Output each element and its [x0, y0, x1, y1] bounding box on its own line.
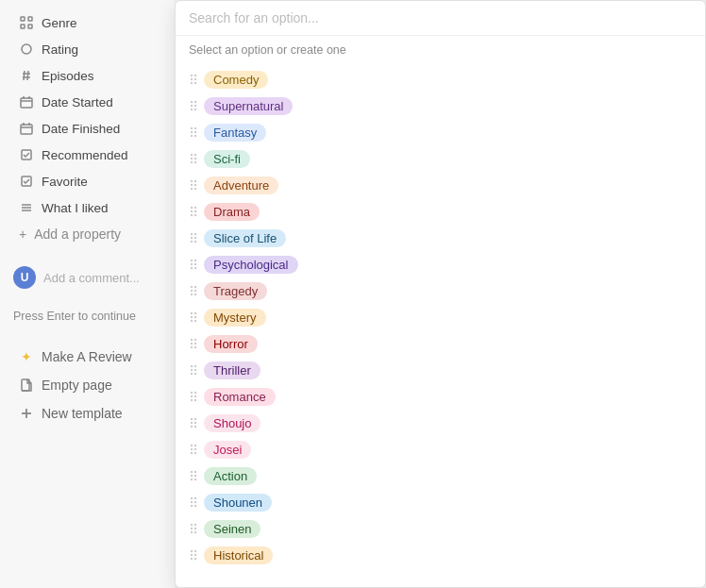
option-fantasy[interactable]: Fantasy — [179, 120, 701, 145]
svg-point-58 — [194, 210, 196, 211]
option-tragedy[interactable]: Tragedy — [179, 278, 701, 304]
drag-handle-icon — [189, 548, 198, 563]
sidebar-item-rating[interactable]: Rating — [6, 36, 169, 62]
svg-point-135 — [191, 553, 193, 555]
svg-point-34 — [194, 104, 196, 106]
svg-line-7 — [24, 71, 25, 80]
option-comedy[interactable]: Comedy — [179, 67, 701, 92]
svg-point-69 — [191, 262, 193, 264]
svg-point-132 — [194, 530, 196, 532]
svg-point-61 — [191, 232, 193, 234]
svg-point-119 — [191, 478, 193, 479]
sidebar-item-recommended[interactable]: Recommended — [6, 142, 169, 168]
drag-handle-icon — [189, 205, 198, 220]
tag-tragedy: Tragedy — [204, 282, 267, 300]
tag-action: Action — [204, 467, 257, 485]
sidebar-item-favorite[interactable]: Favorite — [6, 168, 169, 194]
bottom-item-empty-page[interactable]: Empty page — [6, 372, 169, 398]
svg-point-89 — [191, 345, 193, 347]
svg-point-101 — [191, 398, 193, 400]
sidebar: Genre Rating Episodes Date Started Date … — [0, 0, 175, 588]
sidebar-item-date-started[interactable]: Date Started — [6, 89, 169, 115]
svg-point-95 — [191, 372, 193, 374]
option-adventure[interactable]: Adventure — [179, 173, 701, 198]
svg-point-60 — [194, 213, 196, 215]
svg-point-81 — [191, 315, 193, 317]
drag-handle-icon — [189, 231, 198, 246]
svg-point-115 — [191, 470, 193, 472]
bottom-item-new-template[interactable]: New template — [6, 400, 169, 427]
option-scifi[interactable]: Sci-fi — [179, 146, 701, 172]
svg-point-26 — [194, 74, 196, 76]
option-mystery[interactable]: Mystery — [179, 305, 701, 330]
sidebar-item-label: Favorite — [42, 175, 88, 189]
option-psychological[interactable]: Psychological — [179, 252, 701, 277]
svg-point-118 — [194, 474, 196, 476]
plus-icon: + — [19, 227, 26, 242]
sidebar-item-genre[interactable]: Genre — [6, 9, 169, 36]
tag-horror: Horror — [204, 335, 258, 353]
option-horror[interactable]: Horror — [179, 331, 701, 357]
svg-point-27 — [191, 77, 193, 79]
svg-point-73 — [191, 285, 193, 287]
option-shoujo[interactable]: Shoujo — [179, 411, 701, 436]
svg-point-134 — [194, 549, 196, 551]
bottom-item-label: Empty page — [42, 378, 112, 393]
svg-point-47 — [191, 160, 193, 162]
svg-point-107 — [191, 425, 193, 427]
svg-point-33 — [191, 104, 193, 106]
check-icon — [19, 147, 34, 162]
svg-point-105 — [191, 421, 193, 423]
calendar-icon — [19, 94, 34, 109]
sidebar-item-episodes[interactable]: Episodes — [6, 62, 169, 89]
svg-point-25 — [191, 74, 193, 76]
option-josei[interactable]: Josei — [179, 437, 701, 462]
svg-point-30 — [194, 81, 196, 83]
add-property-button[interactable]: + Add a property — [6, 221, 169, 247]
svg-point-85 — [191, 338, 193, 340]
sidebar-bottom-items: ✦ Make A Review Empty page New template — [0, 344, 175, 427]
svg-point-59 — [191, 213, 193, 215]
svg-point-117 — [191, 474, 193, 476]
option-supernatural[interactable]: Supernatural — [179, 93, 701, 119]
svg-point-96 — [194, 372, 196, 374]
option-action[interactable]: Action — [179, 463, 701, 489]
option-drama[interactable]: Drama — [179, 199, 701, 225]
sidebar-item-date-finished[interactable]: Date Finished — [6, 115, 169, 142]
tag-historical: Historical — [204, 546, 273, 564]
option-sliceoflife[interactable]: Slice of Life — [179, 226, 701, 251]
svg-point-122 — [194, 496, 196, 498]
option-romance[interactable]: Romance — [179, 384, 701, 410]
press-enter-hint: Press Enter to continue — [0, 304, 175, 328]
option-shounen[interactable]: Shounen — [179, 490, 701, 515]
svg-point-41 — [191, 134, 193, 136]
drag-handle-icon — [189, 522, 198, 537]
svg-point-29 — [191, 81, 193, 83]
list-icon — [19, 200, 34, 215]
option-historical[interactable]: Historical — [179, 543, 701, 568]
svg-point-28 — [194, 77, 196, 79]
svg-point-123 — [191, 500, 193, 502]
svg-point-127 — [191, 523, 193, 525]
sidebar-item-what-i-liked[interactable]: What I liked — [6, 194, 169, 221]
svg-point-86 — [194, 338, 196, 340]
bottom-item-make-a-review[interactable]: ✦ Make A Review — [6, 344, 169, 370]
svg-point-102 — [194, 398, 196, 400]
search-input[interactable] — [189, 10, 692, 25]
svg-point-79 — [191, 311, 193, 313]
add-comment-placeholder[interactable]: Add a comment... — [43, 271, 140, 285]
svg-point-131 — [191, 530, 193, 532]
option-thriller[interactable]: Thriller — [179, 358, 701, 383]
svg-point-111 — [191, 447, 193, 449]
svg-point-31 — [191, 100, 193, 102]
svg-line-8 — [27, 71, 28, 80]
svg-point-74 — [194, 285, 196, 287]
tag-romance: Romance — [204, 388, 276, 406]
search-bar[interactable] — [176, 1, 705, 36]
option-seinen[interactable]: Seinen — [179, 516, 701, 542]
tag-fantasy: Fantasy — [204, 124, 266, 142]
drag-handle-icon — [189, 258, 198, 273]
calendar-icon — [19, 121, 34, 136]
svg-point-90 — [194, 345, 196, 347]
svg-rect-9 — [21, 98, 32, 108]
